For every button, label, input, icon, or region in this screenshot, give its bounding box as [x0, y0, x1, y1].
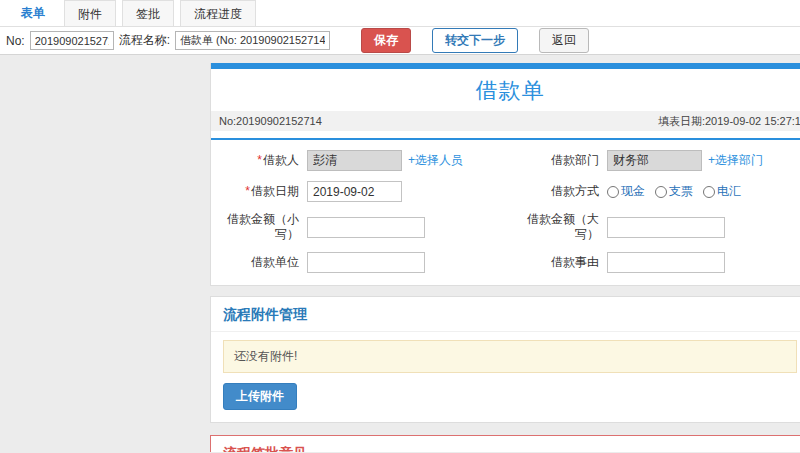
method-radio-group: 现金 支票 电汇 [607, 183, 741, 200]
forward-next-step-button[interactable]: 转交下一步 [432, 28, 518, 53]
select-person-link[interactable]: +选择人员 [408, 152, 463, 169]
borrower-cell: +选择人员 [303, 145, 515, 176]
toolbar: No: 流程名称: 保存 转交下一步 返回 [0, 27, 800, 55]
reason-label: 借款事由 [515, 247, 603, 278]
amount-big-label: 借款金额（大写） [515, 207, 603, 247]
upload-attachment-button[interactable]: 上传附件 [223, 383, 297, 410]
reason-cell [603, 247, 800, 278]
doc-fill-date: 填表日期:2019-09-02 15:27:1 [658, 111, 800, 131]
content-area: 借款单 No:20190902152714 填表日期:2019-09-02 15… [0, 55, 800, 452]
method-option-cash[interactable]: 现金 [607, 183, 645, 200]
amount-small-cell [303, 212, 515, 243]
form-grid: * 借款人 +选择人员 借款部门 +选择部门 * 借款日期 [211, 140, 800, 285]
unit-cell [303, 247, 515, 278]
borrow-method-label: 借款方式 [515, 176, 603, 207]
attachment-panel: 流程附件管理 还没有附件! 上传附件 [210, 296, 800, 423]
approval-panel-title: 流程签批意见 [211, 436, 800, 452]
process-name-label: 流程名称: [119, 32, 170, 49]
top-tabbar: 表单 附件 签批 流程进度 [0, 0, 800, 27]
process-name-input[interactable] [175, 31, 330, 50]
doc-number: No:20190902152714 [219, 111, 322, 131]
loan-form-panel: 借款单 No:20190902152714 填表日期:2019-09-02 15… [210, 63, 800, 286]
borrower-input[interactable] [307, 150, 402, 171]
cash-radio[interactable] [607, 186, 619, 198]
select-dept-link[interactable]: +选择部门 [708, 152, 763, 169]
dept-cell: +选择部门 [603, 145, 800, 176]
required-mark: * [257, 153, 262, 168]
unit-input[interactable] [307, 252, 425, 273]
borrow-date-cell [303, 176, 515, 207]
no-label: No: [6, 34, 25, 48]
borrow-date-input[interactable] [307, 181, 402, 202]
tab-progress[interactable]: 流程进度 [180, 0, 256, 26]
approval-panel: 流程签批意见 B I abc A ✎ ∞ ▦ ⚑ 1≡ •≡ ⇤ [210, 435, 800, 452]
form-title: 借款单 [211, 69, 800, 111]
unit-label: 借款单位 [215, 247, 303, 278]
borrow-method-cell: 现金 支票 电汇 [603, 176, 800, 207]
borrower-label: * 借款人 [215, 145, 303, 176]
return-button[interactable]: 返回 [539, 28, 589, 53]
amount-big-input[interactable] [607, 217, 725, 238]
amount-small-label: 借款金额（小写） [215, 207, 303, 247]
required-mark: * [245, 184, 250, 199]
wire-radio[interactable] [703, 186, 715, 198]
form-meta-strip: No:20190902152714 填表日期:2019-09-02 15:27:… [211, 111, 800, 131]
no-input[interactable] [30, 31, 114, 50]
attachment-panel-title: 流程附件管理 [211, 297, 800, 332]
amount-small-input[interactable] [307, 217, 425, 238]
amount-big-cell [603, 212, 800, 243]
dept-label: 借款部门 [515, 145, 603, 176]
dept-input[interactable] [607, 150, 702, 171]
tab-sign[interactable]: 签批 [122, 0, 174, 26]
borrow-date-label: * 借款日期 [215, 176, 303, 207]
app-window: 表单 附件 签批 流程进度 No: 流程名称: 保存 转交下一步 返回 借款单 … [0, 0, 800, 452]
tab-form[interactable]: 表单 [8, 0, 58, 26]
no-attachment-notice: 还没有附件! [223, 340, 797, 373]
tab-attachment[interactable]: 附件 [64, 0, 116, 26]
reason-input[interactable] [607, 252, 725, 273]
method-option-wire[interactable]: 电汇 [703, 183, 741, 200]
save-button[interactable]: 保存 [361, 28, 411, 53]
cheque-radio[interactable] [655, 186, 667, 198]
method-option-cheque[interactable]: 支票 [655, 183, 693, 200]
